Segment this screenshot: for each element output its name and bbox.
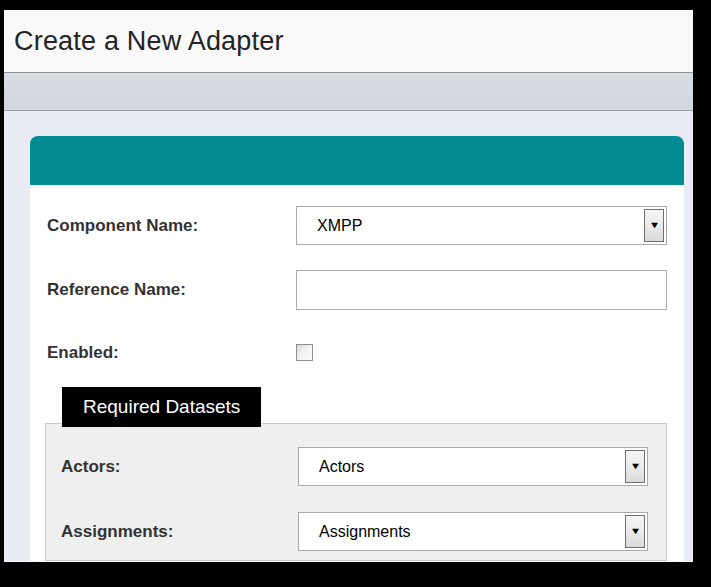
assignments-label: Assignments: <box>61 522 298 542</box>
reference-name-input[interactable] <box>296 270 667 310</box>
adapter-form-card: Component Name: XMPP ▼ Reference Name: E… <box>30 136 684 561</box>
reference-name-row: Reference Name: <box>30 270 684 310</box>
reference-name-label: Reference Name: <box>47 280 296 300</box>
actors-dropdown-button[interactable]: ▼ <box>625 450 645 483</box>
required-datasets-legend: Required Datasets <box>62 387 261 427</box>
actors-select[interactable]: Actors ▼ <box>298 447 648 486</box>
enabled-row: Enabled: <box>30 344 684 361</box>
page-title: Create a New Adapter <box>14 26 284 57</box>
actors-label: Actors: <box>61 457 298 477</box>
dialog-window: Create a New Adapter Component Name: XMP… <box>4 10 693 562</box>
assignments-select[interactable]: Assignments ▼ <box>298 512 648 551</box>
actors-row: Actors: Actors ▼ <box>46 447 666 486</box>
enabled-label: Enabled: <box>47 343 296 363</box>
chevron-down-icon: ▼ <box>648 221 660 230</box>
required-datasets-section: Required Datasets Actors: Actors ▼ Assig… <box>45 423 667 561</box>
component-name-value: XMPP <box>297 217 362 235</box>
content-area: Component Name: XMPP ▼ Reference Name: E… <box>4 111 693 561</box>
card-header-bar <box>30 136 684 185</box>
component-name-dropdown-button[interactable]: ▼ <box>644 209 664 242</box>
actors-value: Actors <box>299 458 364 476</box>
enabled-checkbox[interactable] <box>296 344 313 361</box>
assignments-row: Assignments: Assignments ▼ <box>46 512 666 551</box>
card-body: Component Name: XMPP ▼ Reference Name: E… <box>30 185 684 561</box>
chevron-down-icon: ▼ <box>629 527 641 536</box>
chevron-down-icon: ▼ <box>629 462 641 471</box>
component-name-select[interactable]: XMPP ▼ <box>296 206 667 245</box>
assignments-dropdown-button[interactable]: ▼ <box>625 515 645 548</box>
component-name-label: Component Name: <box>47 216 296 236</box>
component-name-row: Component Name: XMPP ▼ <box>30 206 684 245</box>
toolbar-strip <box>4 73 693 111</box>
page-background: { "title_bar": { "title": "Create a New … <box>0 0 711 587</box>
assignments-value: Assignments <box>299 523 411 541</box>
title-bar: Create a New Adapter <box>4 10 693 73</box>
